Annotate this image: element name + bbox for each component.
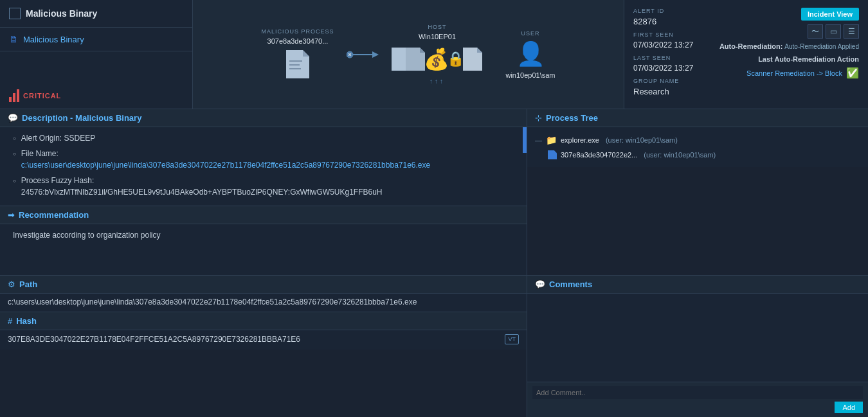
incident-view-button[interactable]: Incident View [801,8,859,21]
file-name-item: ○ File Name: c:\users\user\desktop\june\… [13,148,514,171]
recommendation-header: ➡ Recommendation [0,206,527,224]
toolbar-icons: 〜 ▭ ☰ [808,24,859,39]
checkbox-icon[interactable] [9,8,21,19]
layout-icon-button[interactable]: ▭ [826,24,841,39]
bullet-dot-2: ○ [13,150,16,158]
malicious-process-box: MALICIOUS PROCESS 307e8a3de30470... [261,28,334,80]
process-label: MALICIOUS PROCESS [261,28,334,35]
right-panel-top: ALERT ID 82876 FIRST SEEN 07/03/2022 13:… [633,8,859,96]
critical-section: CRITICAL [0,83,192,109]
critical-label: CRITICAL [23,92,61,100]
binary-name: 307e8a3de3047022e2... [561,151,637,159]
svg-marker-6 [372,51,379,58]
recommendation-text: Investigate according to organization po… [13,231,160,240]
process-tree-title: Process Tree [546,113,598,123]
description-header: 💬 Description - Malicious Binary [0,109,527,127]
description-list: ○ Alert Origin: SSDEEP ○ File Name: c:\u… [13,132,514,198]
description-title: Description - Malicious Binary [22,113,141,123]
group-name-value: Research [633,87,693,96]
tree-item-binary: 307e8a3de3047022e2... (user: win10ep01\s… [548,148,860,162]
hash-value-text: 307E8A3DE3047022E27B1178E04F2FFCE51A2C5A… [8,335,500,344]
comment-input-area: Add [527,382,868,417]
right-main-panel: ⊹ Process Tree — 📁 explorer.exe (user: w… [527,109,868,417]
path-content: c:\users\user\desktop\june\june\linda\30… [0,294,527,312]
user-avatar-icon: 👤 [516,40,545,67]
binary-user: (user: win10ep01\sam) [644,151,716,159]
hash-icon: # [8,316,12,326]
arrow-svg [347,45,379,64]
left-main-panel: 💬 Description - Malicious Binary ○ Alert… [0,109,527,417]
process-file-icon [548,150,557,159]
vt-badge[interactable]: VT [505,334,519,344]
process-tree-header: ⊹ Process Tree [527,109,868,127]
alert-origin-value: SSDEEP [64,134,96,143]
doc-icon-container [286,50,309,80]
comment-input-field[interactable] [532,386,863,399]
svg-rect-3 [289,64,300,66]
arrows-down: ↑↑↑ [429,76,445,85]
file-icon: 🗎 [9,34,18,44]
waveform-icon-button[interactable]: 〜 [808,24,823,39]
recommendation-section: ➡ Recommendation Investigate according t… [0,206,527,276]
tree-content: — 📁 explorer.exe (user: win10ep01\sam) 3… [527,127,868,167]
list-icon-button[interactable]: ☰ [844,24,859,39]
user-section: USER 👤 win10ep01\sam [505,30,555,79]
comments-title: Comments [549,279,592,289]
right-panel: ALERT ID 82876 FIRST SEEN 07/03/2022 13:… [624,0,868,109]
bar2 [13,93,15,102]
bar1 [9,97,12,102]
file-name-text: File Name: c:\users\user\desktop\june\ju… [21,148,430,171]
description-section: 💬 Description - Malicious Binary ○ Alert… [0,109,527,206]
scanner-action-row: Scanner Remediation -> Block ✅ [746,67,859,79]
bar3 [17,89,19,102]
alert-id-value: 82876 [633,17,693,26]
fuzzy-hash-value: 24576:bVlxzMTfNlbZ91il/GhHE5UEL9v9tJu4BA… [21,188,383,197]
alert-origin-text: Alert Origin: SSDEEP [21,132,95,144]
comments-section: 💬 Comments Add [527,276,868,417]
group-name-label: GROUP NAME [633,78,693,84]
lock-icon: 🔒 [447,51,464,67]
description-content: ○ Alert Origin: SSDEEP ○ File Name: c:\u… [0,127,527,206]
alert-origin-label: Alert Origin: [21,134,62,143]
path-value-text: c:\users\user\desktop\june\june\linda\30… [8,297,519,306]
comments-header: 💬 Comments [527,276,868,294]
file-name-value: c:\users\user\desktop\june\june\linda\30… [21,161,430,170]
alert-info: ALERT ID 82876 FIRST SEEN 07/03/2022 13:… [633,8,693,96]
nav-item-label: Malicious Binary [23,35,84,44]
host-label-text: HOST [428,24,446,30]
explorer-user: (user: win10ep01\sam) [606,136,678,144]
comments-icon: 💬 [535,279,545,289]
host-group: HOST Win10EP01 💰 🔒 [392,24,482,85]
check-icon: ✅ [846,67,859,79]
auto-remediation-info: Auto-Remediation: Auto-Remediation Appli… [719,42,859,50]
connector-arrow [347,45,379,64]
recommendation-icon: ➡ [8,210,15,220]
file-name-label: File Name: [21,149,59,158]
hash-header: # Hash [0,312,527,330]
path-title: Path [19,279,37,289]
panel-title: Malicious Binary [26,8,97,19]
fuzzy-hash-item: ○ Process Fuzzy Hash: 24576:bVlxzMTfNlbZ… [13,175,514,198]
description-icon: 💬 [8,113,18,123]
hash-content: 307E8A3DE3047022E27B1178E04F2FFCE51A2C5A… [0,330,527,350]
auto-rem-value: Auto-Remediation Applied [784,43,859,50]
folder-icon: 📁 [546,135,557,145]
nav-item-malicious-binary[interactable]: 🗎 Malicious Binary [0,28,192,51]
recommendation-title: Recommendation [19,210,89,220]
scanner-action-link[interactable]: Scanner Remediation -> Block [746,69,842,77]
first-seen-label: FIRST SEEN [633,31,693,38]
panel-title-row: Malicious Binary [0,0,192,28]
explorer-name: explorer.exe [561,136,599,144]
add-comment-button[interactable]: Add [835,402,863,413]
user-label: USER [521,30,540,37]
process-id: 307e8a3de30470... [267,37,329,45]
scroll-indicator [523,127,527,153]
host-icons: 💰 🔒 [392,47,482,71]
bullet-dot-3: ○ [13,177,16,185]
main-content: 💬 Description - Malicious Binary ○ Alert… [0,109,868,417]
hash-section: # Hash 307E8A3DE3047022E27B1178E04F2FFCE… [0,312,527,350]
file-icon-2 [406,48,425,71]
host-name-value: Win10EP01 [419,33,456,40]
money-bag-icon: 💰 [424,47,449,71]
top-header: Malicious Binary 🗎 Malicious Binary CRIT… [0,0,868,109]
